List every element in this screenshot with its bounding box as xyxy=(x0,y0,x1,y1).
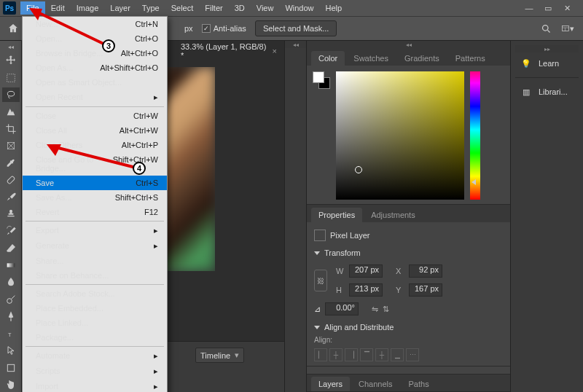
angle-input[interactable]: 0.00° xyxy=(325,302,359,315)
sidebar-collapse[interactable]: ▸▸ xyxy=(515,45,579,52)
align-more-icon[interactable]: ⋯ xyxy=(406,348,419,361)
file-menu-import[interactable]: Import▸ xyxy=(23,379,167,392)
menu-type[interactable]: Type xyxy=(136,1,165,15)
home-icon[interactable] xyxy=(6,21,20,36)
history-brush-tool[interactable] xyxy=(2,224,20,238)
hand-tool[interactable] xyxy=(2,377,20,392)
menu-3d[interactable]: 3D xyxy=(229,1,251,15)
menu-filter[interactable]: Filter xyxy=(199,1,228,15)
select-and-mask-button[interactable]: Select and Mask... xyxy=(255,20,337,36)
file-menu-place-embedded[interactable]: Place Embedded... xyxy=(23,301,167,315)
learn-item[interactable]: 💡Learn xyxy=(515,52,579,74)
file-menu-share-on-behance[interactable]: Share on Behance... xyxy=(23,268,167,283)
flip-v-icon[interactable]: ⇅ xyxy=(383,305,389,314)
dodge-tool[interactable] xyxy=(2,292,20,307)
file-menu-scripts[interactable]: Scripts▸ xyxy=(23,364,167,379)
align-right-icon[interactable]: ▕ xyxy=(345,348,358,361)
libraries-item[interactable]: ▥Librari... xyxy=(515,81,579,103)
eyedropper-tool[interactable] xyxy=(2,155,20,170)
file-menu-open-as-smart-object[interactable]: Open as Smart Object... xyxy=(23,75,167,90)
dock-collapse[interactable]: ◂◂ xyxy=(285,41,306,48)
tab-gradients[interactable]: Gradients xyxy=(397,51,447,66)
file-menu-save[interactable]: SaveCtrl+S xyxy=(23,176,167,190)
gradient-tool[interactable] xyxy=(2,258,20,273)
close-tab-icon[interactable]: × xyxy=(273,47,277,55)
svg-point-6 xyxy=(7,91,14,96)
annotation-marker-3: 3 xyxy=(102,39,115,52)
y-input[interactable]: 167 px xyxy=(409,283,442,297)
menu-window[interactable]: Window xyxy=(279,1,319,15)
flip-h-icon[interactable]: ⇋ xyxy=(372,305,378,314)
tab-swatches[interactable]: Swatches xyxy=(346,51,396,66)
menu-select[interactable]: Select xyxy=(165,1,200,15)
stamp-tool[interactable] xyxy=(2,207,20,222)
frame-tool[interactable] xyxy=(2,138,20,153)
file-menu-generate[interactable]: Generate▸ xyxy=(23,238,167,254)
file-menu-save-as[interactable]: Save As...Shift+Ctrl+S xyxy=(23,190,167,205)
align-hcenter-icon[interactable]: ┼ xyxy=(329,348,343,361)
type-tool[interactable]: T xyxy=(2,326,20,341)
link-wh-icon[interactable]: ⛓ xyxy=(314,270,327,291)
path-select-tool[interactable] xyxy=(2,343,20,358)
quick-select-tool[interactable] xyxy=(2,104,20,119)
pen-tool[interactable] xyxy=(2,309,20,324)
svg-line-1 xyxy=(547,30,549,32)
svg-line-13 xyxy=(11,296,15,299)
minimize-icon[interactable]: — xyxy=(525,4,533,12)
tab-properties[interactable]: Properties xyxy=(311,208,362,222)
brush-tool[interactable] xyxy=(2,189,20,204)
blur-tool[interactable] xyxy=(2,275,20,289)
x-input[interactable]: 92 px xyxy=(409,264,442,278)
panels-collapse[interactable]: ◂◂ xyxy=(307,41,510,48)
annotation-arrow-3 xyxy=(25,4,112,48)
file-menu-open-recent[interactable]: Open Recent▸ xyxy=(23,90,167,105)
eraser-tool[interactable] xyxy=(2,240,20,255)
marquee-tool[interactable] xyxy=(2,70,20,85)
fgbg-swatch[interactable] xyxy=(313,71,330,198)
tab-channels[interactable]: Channels xyxy=(351,377,399,391)
file-menu-export[interactable]: Export▸ xyxy=(23,223,167,238)
close-icon[interactable]: ✕ xyxy=(563,4,571,12)
workspace-icon[interactable]: ▾ xyxy=(561,22,574,35)
align-vcenter-icon[interactable]: ┼ xyxy=(375,348,388,361)
transform-section[interactable]: Transform xyxy=(314,248,503,257)
width-input[interactable]: 207 px xyxy=(349,264,383,278)
file-menu-browse-in-bridge[interactable]: Browse in Bridge...Alt+Ctrl+O xyxy=(23,46,167,60)
file-menu-close-all[interactable]: Close AllAlt+Ctrl+W xyxy=(23,123,167,138)
file-menu-place-linked[interactable]: Place Linked... xyxy=(23,315,167,330)
move-tool[interactable] xyxy=(2,53,20,68)
tab-layers[interactable]: Layers xyxy=(311,377,350,391)
tab-patterns[interactable]: Patterns xyxy=(448,51,493,66)
align-section[interactable]: Align and Distribute xyxy=(314,323,503,332)
align-icons: ▏ ┼ ▕ ▔ ┼ ▁ ⋯ xyxy=(314,348,503,361)
file-menu-open-as[interactable]: Open As...Alt+Shift+Ctrl+O xyxy=(23,60,167,75)
file-menu-search-adobe-stock[interactable]: Search Adobe Stock... xyxy=(23,286,167,301)
tab-adjustments[interactable]: Adjustments xyxy=(364,208,423,222)
color-field[interactable] xyxy=(336,71,464,200)
align-bottom-icon[interactable]: ▁ xyxy=(391,348,404,361)
annotation-marker-4: 4 xyxy=(133,162,146,175)
file-menu-share[interactable]: Share... xyxy=(23,254,167,268)
align-left-icon[interactable]: ▏ xyxy=(314,348,327,361)
file-menu-revert[interactable]: RevertF12 xyxy=(23,205,167,219)
height-input[interactable]: 213 px xyxy=(349,283,383,297)
lasso-tool[interactable] xyxy=(2,87,20,102)
svg-rect-11 xyxy=(7,263,15,267)
layers-panel: LayersChannelsPaths xyxy=(307,374,510,392)
file-menu-automate[interactable]: Automate▸ xyxy=(23,348,167,364)
align-top-icon[interactable]: ▔ xyxy=(360,348,373,361)
antialias-checkbox[interactable]: ✓Anti-alias xyxy=(202,24,246,33)
crop-tool[interactable] xyxy=(2,122,20,136)
timeline-selector[interactable]: Timeline▾ xyxy=(195,348,244,363)
menu-help[interactable]: Help xyxy=(320,1,348,15)
tab-color[interactable]: Color xyxy=(311,51,345,66)
tab-paths[interactable]: Paths xyxy=(402,377,437,391)
maximize-icon[interactable]: ▭ xyxy=(544,4,552,12)
search-icon[interactable] xyxy=(539,22,552,35)
toolbox-collapse[interactable]: ◂◂ xyxy=(4,44,18,50)
menu-view[interactable]: View xyxy=(251,1,280,15)
file-menu-close[interactable]: CloseCtrl+W xyxy=(23,109,167,123)
shape-tool[interactable] xyxy=(2,360,20,375)
libraries-icon: ▥ xyxy=(520,85,533,98)
healing-tool[interactable] xyxy=(2,173,20,187)
